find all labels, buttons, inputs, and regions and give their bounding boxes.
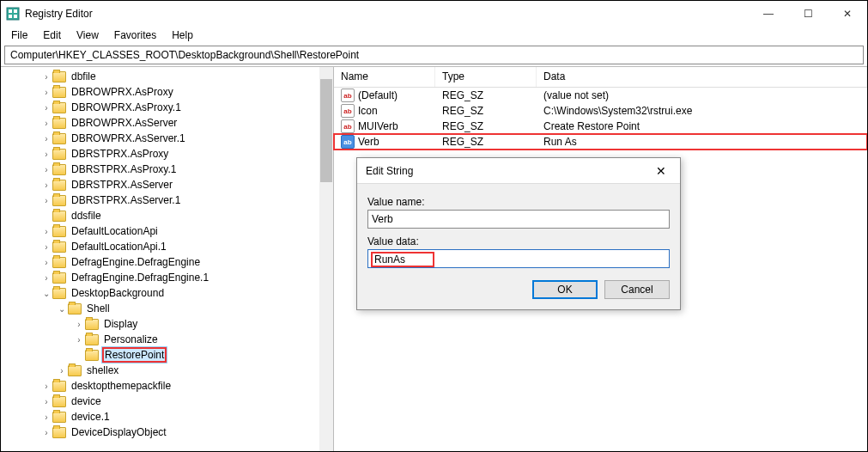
tree-item-dbfile[interactable]: ›dbfile xyxy=(1,69,333,84)
folder-icon xyxy=(52,118,66,129)
menu-edit[interactable]: Edit xyxy=(36,27,68,43)
tree-item-dbrowprx-asserver-1[interactable]: ›DBROWPRX.AsServer.1 xyxy=(1,131,333,146)
tree-item-shellex[interactable]: ›shellex xyxy=(1,363,333,378)
list-header: Name Type Data xyxy=(334,67,867,88)
tree-item-dbrowprx-asproxy[interactable]: ›DBROWPRX.AsProxy xyxy=(1,84,333,100)
expander-icon[interactable]: › xyxy=(40,179,52,191)
tree-label: DefragEngine.DefragEngine.1 xyxy=(70,272,210,284)
menu-view[interactable]: View xyxy=(70,27,106,43)
tree-item-dbrowprx-asproxy-1[interactable]: ›DBROWPRX.AsProxy.1 xyxy=(1,100,333,115)
value-type: REG_SZ xyxy=(435,136,537,148)
tree-pane[interactable]: ›dbfile›DBROWPRX.AsProxy›DBROWPRX.AsProx… xyxy=(1,67,334,451)
value-data-input[interactable]: RunAs xyxy=(367,249,670,268)
tree-item-ddsfile[interactable]: ddsfile xyxy=(1,208,333,223)
expander-icon[interactable]: › xyxy=(40,132,52,144)
menu-file[interactable]: File xyxy=(4,27,34,43)
col-name[interactable]: Name xyxy=(334,67,435,87)
string-value-icon: ab xyxy=(341,135,355,149)
maximize-button[interactable]: ☐ xyxy=(788,1,828,27)
tree-label: DBROWPRX.AsProxy.1 xyxy=(70,101,183,113)
value-name: Icon xyxy=(358,105,378,117)
expander-icon[interactable]: › xyxy=(40,395,52,407)
tree-label: desktopthemepackfile xyxy=(70,380,173,392)
close-button[interactable]: ✕ xyxy=(828,1,867,27)
tree-item-defragengine-defragengine[interactable]: ›DefragEngine.DefragEngine xyxy=(1,254,333,270)
tree-item-desktopthemepackfile[interactable]: ›desktopthemepackfile xyxy=(1,378,333,394)
tree-item-desktopbackground[interactable]: ⌄DesktopBackground xyxy=(1,285,333,301)
dialog-title-text: Edit String xyxy=(366,165,651,177)
dialog-titlebar[interactable]: Edit String ✕ xyxy=(357,158,680,184)
expander-icon[interactable]: ⌄ xyxy=(56,302,68,315)
tree-item-devicedisplayobject[interactable]: ›DeviceDisplayObject xyxy=(1,425,333,440)
expander-icon[interactable]: › xyxy=(40,225,52,237)
cancel-button[interactable]: Cancel xyxy=(604,280,670,299)
tree-item-restorepoint[interactable]: RestorePoint xyxy=(1,347,333,363)
tree-item-dbrstprx-asproxy-1[interactable]: ›DBRSTPRX.AsProxy.1 xyxy=(1,162,333,177)
expander-icon[interactable]: › xyxy=(40,70,52,82)
col-data[interactable]: Data xyxy=(537,67,867,87)
list-row-icon[interactable]: abIconREG_SZC:\Windows\System32\rstrui.e… xyxy=(334,103,867,119)
tree-label: DBROWPRX.AsProxy xyxy=(70,86,175,98)
folder-icon xyxy=(68,303,82,315)
expander-icon[interactable]: › xyxy=(40,163,52,175)
expander-icon[interactable]: › xyxy=(40,148,52,160)
value-name: (Default) xyxy=(358,89,398,101)
titlebar: Registry Editor — ☐ ✕ xyxy=(1,1,867,27)
tree-item-device-1[interactable]: ›device.1 xyxy=(1,409,333,425)
window-title: Registry Editor xyxy=(25,8,749,20)
tree-item-defragengine-defragengine-1[interactable]: ›DefragEngine.DefragEngine.1 xyxy=(1,270,333,285)
tree-label: DBRSTPRX.AsProxy xyxy=(70,148,170,160)
tree-item-dbrstprx-asserver[interactable]: ›DBRSTPRX.AsServer xyxy=(1,177,333,192)
expander-icon[interactable]: › xyxy=(40,86,52,98)
expander-icon[interactable]: › xyxy=(73,318,85,330)
expander-icon[interactable]: ⌄ xyxy=(40,287,52,299)
folder-icon xyxy=(52,241,66,253)
list-row-verb[interactable]: abVerbREG_SZRun As xyxy=(334,134,867,150)
tree-item-defaultlocationapi-1[interactable]: ›DefaultLocationApi.1 xyxy=(1,239,333,254)
expander-icon[interactable]: › xyxy=(40,411,52,423)
menu-help[interactable]: Help xyxy=(165,27,200,43)
list-row--default-[interactable]: ab(Default)REG_SZ(value not set) xyxy=(334,88,867,103)
expander-icon[interactable]: › xyxy=(40,426,52,438)
tree-item-display[interactable]: ›Display xyxy=(1,316,333,332)
tree-item-dbrowprx-asserver[interactable]: ›DBROWPRX.AsServer xyxy=(1,115,333,131)
minimize-button[interactable]: — xyxy=(749,1,788,27)
folder-icon xyxy=(52,226,66,237)
tree-scroll-thumb[interactable] xyxy=(320,79,332,182)
expander-icon[interactable]: › xyxy=(40,117,52,129)
tree-item-defaultlocationapi[interactable]: ›DefaultLocationApi xyxy=(1,223,333,239)
tree-item-dbrstprx-asserver-1[interactable]: ›DBRSTPRX.AsServer.1 xyxy=(1,192,333,208)
value-data-label: Value data: xyxy=(367,235,670,247)
tree-item-dbrstprx-asproxy[interactable]: ›DBRSTPRX.AsProxy xyxy=(1,146,333,162)
expander-icon[interactable]: › xyxy=(40,241,52,253)
folder-icon xyxy=(68,365,82,376)
expander-icon[interactable]: › xyxy=(40,380,52,392)
tree-item-personalize[interactable]: ›Personalize xyxy=(1,332,333,347)
folder-icon xyxy=(52,195,66,206)
list-row-muiverb[interactable]: abMUIVerbREG_SZCreate Restore Point xyxy=(334,119,867,134)
value-name-label: Value name: xyxy=(367,196,670,208)
svg-rect-2 xyxy=(14,9,17,13)
folder-icon xyxy=(52,381,66,392)
expander-icon[interactable]: › xyxy=(40,194,52,206)
expander-icon[interactable]: › xyxy=(73,333,85,345)
address-bar[interactable]: Computer\HKEY_CLASSES_ROOT\DesktopBackgr… xyxy=(4,46,864,64)
expander-icon[interactable]: › xyxy=(56,364,68,376)
dialog-close-button[interactable]: ✕ xyxy=(651,164,671,178)
tree-label: Display xyxy=(102,318,139,330)
col-type[interactable]: Type xyxy=(435,67,537,87)
tree-scrollbar[interactable] xyxy=(319,67,333,451)
tree-label: shellex xyxy=(85,364,120,376)
value-name-input[interactable] xyxy=(367,210,670,229)
tree-label: device xyxy=(70,395,103,407)
menu-favorites[interactable]: Favorites xyxy=(107,27,163,43)
ok-button[interactable]: OK xyxy=(532,280,598,299)
value-type: REG_SZ xyxy=(435,89,537,101)
tree-item-device[interactable]: ›device xyxy=(1,394,333,409)
tree-label: DesktopBackground xyxy=(70,287,166,299)
folder-icon xyxy=(52,180,66,191)
expander-icon[interactable]: › xyxy=(40,272,52,284)
expander-icon[interactable]: › xyxy=(40,101,52,113)
expander-icon[interactable]: › xyxy=(40,256,52,268)
tree-item-shell[interactable]: ⌄Shell xyxy=(1,301,333,316)
